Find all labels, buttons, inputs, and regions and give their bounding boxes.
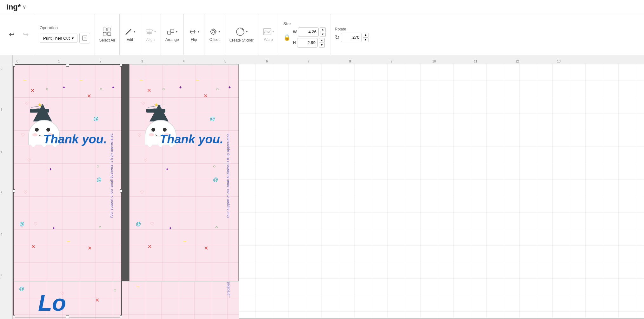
align-label: Align [146,37,155,42]
rotate-icon: ↻ [335,34,340,41]
deco-heart-8: ♡ [144,158,148,163]
edit-label: Edit [127,37,133,42]
lock-icon[interactable]: 🔒 [283,34,290,41]
operation-value: Print Then Cut [43,36,70,41]
ruler-h-mark-5: 5 [224,60,226,63]
create-sticker-button[interactable]: ▾ Create Sticker [229,27,254,42]
select-all-button[interactable]: Select All [99,27,115,42]
deco-bottom-dash: ═ [136,284,139,289]
deco-cross-2: ✕ [87,93,91,99]
ruler-h-mark-7: 7 [308,60,309,63]
edit-button[interactable]: ▾ Edit [124,27,136,42]
height-input[interactable] [297,38,318,48]
width-input[interactable] [298,27,319,37]
svg-rect-8 [168,31,171,34]
sticker-design-2: ═ ✕ ○ ✦ ═ ✕ ○ ✦ ♡ ♡ ♡ ♡ ♡ @ @ @ ✦ [134,69,234,272]
height-spinners[interactable]: ▲ ▼ [319,38,325,48]
offset-label: Offset [209,37,220,42]
warp-label: Warp [264,37,273,42]
ruler-h-mark-10: 10 [432,60,436,63]
size-section: Size 🔒 W ▲ ▼ H ▲ ▼ [279,14,330,55]
warp-button[interactable]: ▾ Warp [263,27,274,42]
rotate-down-btn[interactable]: ▼ [363,37,368,42]
deco-cross-8: ✕ [204,245,208,251]
svg-rect-9 [171,29,174,32]
deco-dash-2: ═ [80,78,83,83]
deco-circle-7: ○ [213,164,216,169]
ruler-h-mark-6: 6 [266,60,268,63]
operation-section: Operation Print Then Cut ▾ [35,14,95,55]
partial-subtitle: ...preciated. [227,281,230,298]
rotate-spinners[interactable]: ▲ ▼ [363,33,368,42]
redo-button[interactable]: ↪ [20,29,32,41]
ruler-v-mark-0: 0 [1,67,3,70]
ruler-v-mark-3: 3 [1,191,3,195]
arrange-label: Arrange [165,37,179,42]
rotate-label: Rotate [335,27,346,31]
width-spinners[interactable]: ▲ ▼ [320,27,326,37]
side-text-label: Your support of our small business is tr… [110,133,113,218]
deco-cross-7: ✕ [148,244,152,250]
deco-star4-8: ✦ [169,226,172,231]
arrange-button[interactable]: ▾ Arrange [165,27,179,42]
ruler-horizontal: (function(){ const marks = [0,1,2,3,4,5,… [13,55,644,64]
align-section: ▾ Align [140,14,161,55]
ruler-h-mark-9: 9 [391,60,393,63]
page-title: ing* [6,3,21,11]
flip-chevron-icon: ▾ [198,29,200,34]
ruler-h-mark-11: 11 [474,60,477,63]
preview-button[interactable] [79,33,90,43]
ruler-h-mark-8: 8 [349,60,351,63]
size-label: Size [283,22,291,26]
deco-bottom-cross: ✕ [95,297,99,303]
thank-you-text-2: Thank you. [160,133,223,146]
flip-button[interactable]: ▾ Flip [188,27,200,42]
title-chevron-icon[interactable]: ∨ [23,4,26,10]
undo-button[interactable]: ↩ [6,29,18,41]
height-up-btn[interactable]: ▲ [319,38,325,43]
rotate-section: Rotate ↻ ▲ ▼ [330,14,373,55]
create-sticker-section: ▾ Create Sticker [225,14,258,55]
deco-swirl-1: @ [93,116,98,122]
align-chevron-icon: ▾ [154,29,156,34]
canvas-viewport: ═ ✕ ○ ✦ ═ ✕ ○ ✦ ♡ ♡ ♡ ♡ ♡ @ @ @ ✦ [13,64,644,319]
flip-section: ▾ Flip [184,14,204,55]
mat-page-2: ═ ✕ ○ ✦ ═ ✕ ○ ✦ ♡ ♡ ♡ ♡ ♡ @ @ @ ✦ [129,64,239,318]
toolbar: ↩ ↪ Operation Print Then Cut ▾ Select Al… [0,14,644,55]
deco-cross-1: ✕ [30,88,35,94]
deco-dash-3: ═ [67,239,70,244]
height-down-btn[interactable]: ▼ [319,43,325,48]
width-label: W [293,29,297,34]
offset-section: ▾ Offset [204,14,225,55]
width-up-btn[interactable]: ▲ [320,27,326,32]
width-down-btn[interactable]: ▼ [320,32,326,37]
deco-star4-5: ✦ [179,85,182,90]
svg-point-10 [211,29,216,34]
deco-heart-2: ♡ [21,133,25,138]
deco-dash-6: ═ [196,78,199,83]
deco-heart-5: ♡ [34,221,38,226]
rotate-input[interactable] [341,33,362,42]
offset-button[interactable]: ▾ Offset [209,27,220,42]
ruler-v-mark-1: 1 [1,108,3,112]
deco-cross-6: ✕ [203,93,208,99]
align-button[interactable]: ▾ Align [145,27,156,42]
warp-chevron-icon: ▾ [272,29,274,34]
page-separator [122,64,129,318]
edit-chevron-icon: ▾ [134,29,136,34]
svg-rect-3 [103,32,106,36]
ruler-v-mark-4: 4 [1,233,3,236]
deco-bottom-circle: ○ [114,288,116,293]
deco-swirl-2: @ [96,177,102,183]
create-sticker-chevron-icon: ▾ [246,29,248,34]
ruler-vertical: (function(){ const marks = [0,1,2,3,4,5]… [0,64,13,319]
operation-dropdown[interactable]: Print Then Cut ▾ [40,34,77,43]
arrange-chevron-icon: ▾ [176,29,178,34]
deco-bottom-heart: ♡ [60,291,64,296]
rotate-up-btn[interactable]: ▲ [363,33,368,37]
deco-heart-3: ♡ [27,158,31,163]
deco-circle-5: ○ [162,86,165,91]
undo-redo-section: ↩ ↪ [3,14,35,55]
deco-circle-2: ○ [100,86,102,91]
warp-section: ▾ Warp [258,14,279,55]
